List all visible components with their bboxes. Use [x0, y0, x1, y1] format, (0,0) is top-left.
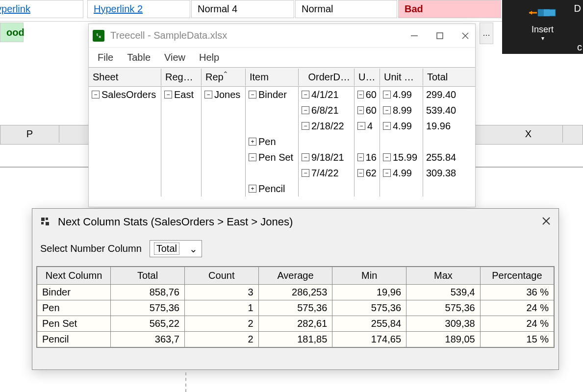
- collapse-icon[interactable]: −: [92, 91, 100, 98]
- tree-header-item[interactable]: Item: [246, 69, 299, 86]
- collapse-icon[interactable]: −: [249, 91, 256, 98]
- stats-th-average[interactable]: Average: [258, 267, 332, 285]
- style-hyperlink[interactable]: x Hyperlink: [0, 0, 83, 18]
- stats-row[interactable]: Pen Set 565,22 2 282,61 255,84 309,38 24…: [37, 316, 554, 332]
- collapse-icon[interactable]: −: [204, 91, 212, 98]
- tree-header-units[interactable]: U…: [355, 69, 380, 86]
- collapse-icon[interactable]: −: [302, 91, 309, 98]
- collapse-icon[interactable]: −: [302, 122, 309, 130]
- collapse-icon[interactable]: −: [357, 153, 364, 161]
- minimize-button[interactable]: [408, 30, 420, 42]
- tree-region-node[interactable]: −East: [161, 87, 201, 102]
- chevron-down-icon[interactable]: ▾: [541, 35, 544, 42]
- collapse-icon[interactable]: −: [357, 106, 364, 114]
- tree-unitcost-cell[interactable]: −4.99: [380, 165, 423, 181]
- tree-rep-node[interactable]: −Jones: [202, 87, 245, 102]
- tree-date-cell[interactable]: −6/8/21: [299, 102, 354, 118]
- expand-icon[interactable]: +: [249, 138, 256, 146]
- menu-file[interactable]: File: [95, 50, 116, 65]
- tree-header-orderdate[interactable]: OrderD…: [299, 69, 355, 86]
- menu-table[interactable]: Table: [124, 50, 153, 65]
- tree-units-cell[interactable]: −62: [355, 165, 380, 181]
- collapse-icon[interactable]: −: [383, 153, 391, 161]
- select-column-value: Total: [154, 243, 179, 255]
- stats-row[interactable]: Pen 575,36 1 575,36 575,36 575,36 24 %: [37, 300, 554, 316]
- tree-item-pencil[interactable]: +Pencil: [246, 181, 298, 196]
- ribbon-d-label: D: [574, 3, 581, 14]
- tree-units-cell[interactable]: −16: [355, 149, 380, 165]
- tree-date-cell[interactable]: −7/4/22: [299, 165, 354, 181]
- tree-date-cell[interactable]: −2/18/22: [299, 118, 354, 134]
- tree-sheet-node[interactable]: −SalesOrders: [89, 87, 161, 102]
- tree-header-unitcost[interactable]: Unit …: [380, 69, 423, 86]
- style-hyperlink2[interactable]: Hyperlink 2: [87, 0, 190, 18]
- treecell-app-icon: ᵗₓ: [93, 30, 104, 42]
- tree-date-cell[interactable]: −9/18/21: [299, 149, 354, 165]
- stats-th-count[interactable]: Count: [184, 267, 258, 285]
- tree-total-cell: 309.38: [423, 165, 462, 181]
- expand-icon[interactable]: +: [249, 185, 256, 193]
- svg-rect-1: [538, 9, 544, 16]
- stats-row[interactable]: Binder 858,76 3 286,253 19,96 539,4 36 %: [37, 285, 554, 300]
- tree-units-cell[interactable]: −60: [355, 87, 380, 102]
- stats-icon: [40, 217, 52, 227]
- collapse-icon[interactable]: −: [383, 91, 391, 98]
- collapse-icon[interactable]: −: [357, 122, 365, 130]
- col-header-p[interactable]: P: [0, 125, 59, 143]
- col-header-x[interactable]: X: [494, 125, 563, 143]
- svg-rect-6: [437, 33, 443, 39]
- tree-unitcost-cell[interactable]: −4.99: [380, 118, 423, 134]
- collapse-icon[interactable]: −: [357, 169, 364, 177]
- styles-ellipsis[interactable]: …: [480, 23, 493, 44]
- stats-row[interactable]: Pencil 363,7 2 181,85 174,65 189,05 15 %: [37, 332, 554, 348]
- stats-th-max[interactable]: Max: [406, 267, 481, 285]
- style-bad[interactable]: Bad: [398, 0, 501, 18]
- menu-help[interactable]: Help: [196, 50, 222, 65]
- stats-titlebar[interactable]: Next Column Stats (SalesOrders > East > …: [32, 209, 558, 235]
- tree-header-total[interactable]: Total: [423, 69, 462, 86]
- collapse-icon[interactable]: −: [383, 169, 391, 177]
- insert-cells-icon[interactable]: [529, 4, 557, 22]
- collapse-icon[interactable]: −: [357, 91, 364, 98]
- tree-header-region[interactable]: Reg…: [161, 69, 202, 86]
- select-column-dropdown[interactable]: Total ⌄: [150, 240, 202, 257]
- excel-ribbon-insert-panel: Insert ▾ D c: [502, 0, 583, 54]
- tree-header-sheet[interactable]: Sheet: [89, 69, 161, 86]
- tree-date-cell[interactable]: −4/1/21: [299, 87, 354, 102]
- tree-units-cell[interactable]: −4: [355, 118, 380, 134]
- stats-th-min[interactable]: Min: [332, 267, 406, 285]
- collapse-icon[interactable]: −: [383, 122, 391, 130]
- maximize-button[interactable]: [434, 30, 446, 42]
- svg-rect-9: [41, 218, 45, 221]
- collapse-icon[interactable]: −: [302, 106, 309, 114]
- tree-unitcost-cell[interactable]: −15.99: [380, 149, 423, 165]
- collapse-icon[interactable]: −: [302, 169, 309, 177]
- tree-unitcost-cell[interactable]: −4.99: [380, 87, 423, 102]
- ribbon-c-label: c: [577, 42, 582, 53]
- insert-label[interactable]: Insert: [532, 24, 554, 35]
- collapse-icon[interactable]: −: [249, 153, 256, 161]
- chevron-down-icon: ⌄: [189, 243, 198, 255]
- svg-rect-10: [46, 218, 48, 220]
- treecell-titlebar[interactable]: ᵗₓ Treecell - SampleData.xlsx: [89, 24, 475, 48]
- treecell-menubar: File Table View Help: [89, 48, 475, 67]
- collapse-icon[interactable]: −: [164, 91, 172, 98]
- style-normal4[interactable]: Normal 4: [191, 0, 294, 18]
- collapse-icon[interactable]: −: [302, 153, 309, 161]
- menu-view[interactable]: View: [161, 50, 188, 65]
- tree-unitcost-cell[interactable]: −8.99: [380, 102, 423, 118]
- collapse-icon[interactable]: −: [383, 106, 391, 114]
- stats-th-nextcol[interactable]: Next Column: [37, 267, 111, 285]
- stats-dialog: Next Column Stats (SalesOrders > East > …: [32, 208, 559, 370]
- style-good[interactable]: ood: [0, 23, 24, 42]
- stats-close-button[interactable]: [542, 216, 551, 228]
- stats-th-percentage[interactable]: Percentage: [480, 267, 554, 285]
- tree-item-binder[interactable]: −Binder: [246, 87, 298, 102]
- tree-item-penset[interactable]: −Pen Set: [246, 149, 298, 165]
- close-button[interactable]: [459, 30, 471, 42]
- stats-th-total[interactable]: Total: [111, 267, 185, 285]
- tree-units-cell[interactable]: −60: [355, 102, 380, 118]
- tree-total-cell: 299.40: [423, 87, 462, 102]
- style-normal[interactable]: Normal: [295, 0, 397, 18]
- tree-item-pen[interactable]: +Pen: [246, 134, 298, 149]
